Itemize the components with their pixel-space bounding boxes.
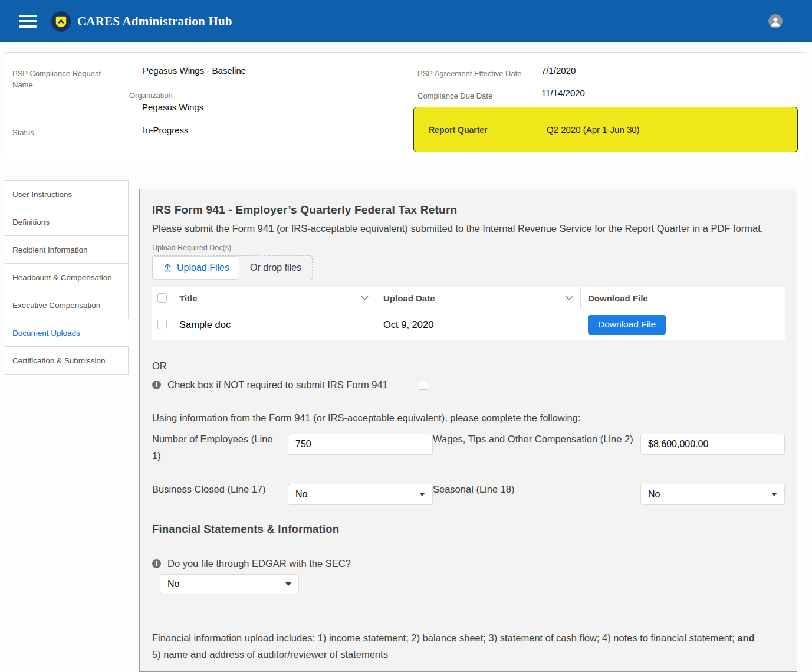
sidebar-item-executive-compensation[interactable]: Executive Compensation: [5, 291, 129, 319]
upload-required-docs-label: Upload Required Doc(s): [152, 244, 784, 252]
table-row: Sample doc Oct 9, 2020 Download File: [152, 309, 785, 340]
report-quarter-value: Q2 2020 (Apr 1-Jun 30): [547, 124, 640, 135]
download-file-button[interactable]: Download File: [588, 315, 666, 335]
content-columns: User Instructions Definitions Recipient …: [5, 180, 807, 672]
user-avatar-icon[interactable]: [768, 14, 783, 28]
effective-date-value: 7/1/2020: [541, 65, 576, 76]
sidebar-item-document-uploads[interactable]: Document Uploads: [5, 319, 129, 347]
select-all-cell: [152, 287, 172, 309]
edgar-question-label: Do you file through EDGAR with the SEC?: [167, 558, 351, 569]
column-header-title[interactable]: Title: [172, 287, 376, 309]
app-title: CARES Administration Hub: [77, 14, 232, 29]
info-icon[interactable]: i: [152, 381, 161, 389]
employees-label: Number of Employees (Line 1): [152, 431, 288, 464]
request-name-value: Pegasus Wings - Baseline: [143, 65, 246, 76]
doc-date-cell: Oct 9, 2020: [376, 309, 581, 340]
compliance-summary-card: PSP Compliance Request Name Pegasus Wing…: [5, 52, 807, 160]
financial-section-title: Financial Statements & Information: [152, 523, 784, 536]
request-name-label: PSP Compliance Request Name: [12, 68, 116, 90]
due-date-label: Compliance Due Date: [417, 90, 492, 101]
caret-down-icon: [771, 493, 777, 496]
report-quarter-label: Report Quarter: [429, 125, 488, 135]
column-header-upload-date[interactable]: Upload Date: [376, 287, 581, 309]
sidebar-item-definitions[interactable]: Definitions: [5, 208, 129, 236]
wages-input[interactable]: [640, 434, 785, 455]
column-header-download-file: Download File: [581, 287, 785, 309]
sidebar-item-headcount-compensation[interactable]: Headcount & Compensation: [5, 263, 129, 291]
edgar-question-row: i Do you file through EDGAR with the SEC…: [152, 558, 784, 569]
caret-down-icon: [419, 493, 425, 496]
sidebar-item-user-instructions[interactable]: User Instructions: [5, 180, 129, 208]
menu-icon[interactable]: [19, 12, 38, 31]
app-header: CARES Administration Hub: [0, 0, 812, 42]
due-date-value: 11/14/2020: [541, 88, 585, 98]
form941-instructions: Using information from the Form 941 (or …: [152, 412, 784, 424]
or-text: OR: [152, 360, 784, 372]
table-header-row: Title Upload Date Download File: [152, 287, 785, 309]
status-label: Status: [12, 127, 34, 138]
upload-files-label: Upload Files: [177, 263, 229, 273]
organization-label: Organization: [129, 90, 173, 101]
upload-icon: [163, 263, 172, 273]
doc-action-cell: Download File: [581, 309, 785, 340]
chevron-down-icon: [361, 296, 369, 300]
edgar-select[interactable]: No: [160, 574, 299, 594]
caret-down-icon: [285, 582, 291, 586]
sidebar-item-recipient-information[interactable]: Recipient Information: [5, 235, 129, 264]
sidebar: User Instructions Definitions Recipient …: [5, 180, 129, 663]
employees-input[interactable]: [288, 434, 433, 455]
effective-date-label: PSP Agreement Effective Date: [417, 68, 522, 79]
section-title-941: IRS Form 941 - Employer’s Quarterly Fede…: [152, 204, 784, 217]
file-dropzone[interactable]: Upload Files Or drop files: [152, 255, 313, 280]
row-checkbox[interactable]: [157, 320, 167, 329]
financial-upload-note: Financial information upload includes: 1…: [152, 630, 765, 663]
business-closed-select[interactable]: No: [288, 484, 433, 505]
uploaded-docs-table: Title Upload Date Download File: [152, 287, 785, 340]
organization-value: Pegasus Wings: [142, 102, 203, 112]
app-logo-icon: [51, 11, 71, 32]
doc-title-cell: Sample doc: [172, 309, 376, 340]
document-uploads-panel: IRS Form 941 - Employer’s Quarterly Fede…: [139, 189, 797, 672]
section-description-941: Please submit the Form 941 (or IRS-accep…: [152, 220, 783, 237]
wages-label: Wages, Tips and Other Compensation (Line…: [433, 431, 640, 464]
chevron-down-icon: [566, 296, 573, 300]
not-required-label: Check box if NOT required to submit IRS …: [167, 379, 388, 391]
report-quarter-highlight: Report Quarter Q2 2020 (Apr 1-Jun 30): [413, 107, 798, 152]
sidebar-spacer: [5, 375, 129, 663]
not-required-checkbox[interactable]: [419, 381, 428, 390]
info-icon[interactable]: i: [152, 559, 161, 568]
drop-files-text: Or drop files: [239, 263, 312, 273]
form941-fields: Number of Employees (Line 1) Wages, Tips…: [152, 431, 784, 505]
status-value: In-Progress: [143, 125, 189, 135]
not-required-row: i Check box if NOT required to submit IR…: [152, 379, 784, 391]
business-closed-label: Business Closed (Line 17): [152, 481, 288, 505]
select-all-checkbox[interactable]: [157, 293, 167, 303]
sidebar-nav: User Instructions Definitions Recipient …: [5, 180, 129, 375]
seasonal-select[interactable]: No: [640, 484, 785, 505]
sidebar-item-certification-submission[interactable]: Certification & Submission: [5, 346, 129, 375]
row-select-cell: [152, 309, 172, 340]
seasonal-label: Seasonal (Line 18): [433, 481, 640, 505]
upload-files-button[interactable]: Upload Files: [153, 256, 239, 280]
